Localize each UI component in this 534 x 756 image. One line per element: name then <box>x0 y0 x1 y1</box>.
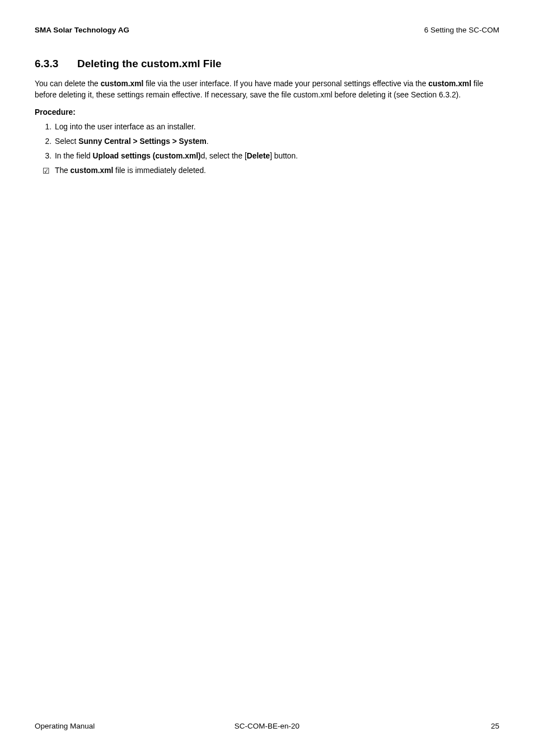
step-3-bold-1: Upload settings (custom.xml) <box>93 152 201 160</box>
intro-text-1: You can delete the <box>35 80 101 88</box>
step-2-text-1: Select <box>55 137 78 146</box>
page-footer: Operating Manual SC-COM-BE-en-20 25 <box>35 722 499 730</box>
section-number: 6.3.3 <box>35 58 77 70</box>
result-text-1: The <box>55 166 71 175</box>
section-title: Deleting the custom.xml File <box>77 58 222 70</box>
list-item: ☑ The custom.xml file is immediately del… <box>43 165 499 176</box>
step-3-text-1: In the field <box>55 152 93 160</box>
step-1-text: Log into the user interface as an instal… <box>55 122 499 133</box>
list-item: 2. Select Sunny Central > Settings > Sys… <box>43 136 499 147</box>
header-company: SMA Solar Technology AG <box>35 26 129 34</box>
step-3-bold-2: Delete <box>247 152 270 160</box>
footer-doc-type: Operating Manual <box>35 722 190 730</box>
header-section: 6 Setting the SC-COM <box>424 26 499 34</box>
list-marker: 2. <box>43 136 55 147</box>
intro-bold-2: custom.xml <box>428 80 471 88</box>
step-2-content: Select Sunny Central > Settings > System… <box>55 136 499 147</box>
intro-paragraph: You can delete the custom.xml file via t… <box>35 78 499 101</box>
step-2-text-2: . <box>207 137 209 146</box>
intro-text-2: file via the user interface. If you have… <box>143 80 428 88</box>
step-3-content: In the field Upload settings (custom.xml… <box>55 151 499 162</box>
step-2-bold-1: Sunny Central > Settings > System <box>78 137 206 146</box>
footer-doc-id: SC-COM-BE-en-20 <box>190 722 345 730</box>
list-marker: 1. <box>43 122 55 133</box>
step-3-text-3: ] button. <box>270 152 298 160</box>
section-heading: 6.3.3 Deleting the custom.xml File <box>35 58 499 70</box>
step-3-text-2: d, select the [ <box>201 152 247 160</box>
procedure-list: 1. Log into the user interface as an ins… <box>35 122 499 176</box>
intro-bold-1: custom.xml <box>101 80 144 88</box>
result-text-2: file is immediately deleted. <box>113 166 206 175</box>
result-bold-1: custom.xml <box>71 166 114 175</box>
footer-page-number: 25 <box>344 722 499 730</box>
check-icon: ☑ <box>43 165 55 176</box>
list-marker: 3. <box>43 151 55 162</box>
list-item: 1. Log into the user interface as an ins… <box>43 122 499 133</box>
list-item: 3. In the field Upload settings (custom.… <box>43 151 499 162</box>
procedure-label: Procedure: <box>35 108 499 116</box>
result-content: The custom.xml file is immediately delet… <box>55 165 499 176</box>
page-header: SMA Solar Technology AG 6 Setting the SC… <box>35 26 499 34</box>
